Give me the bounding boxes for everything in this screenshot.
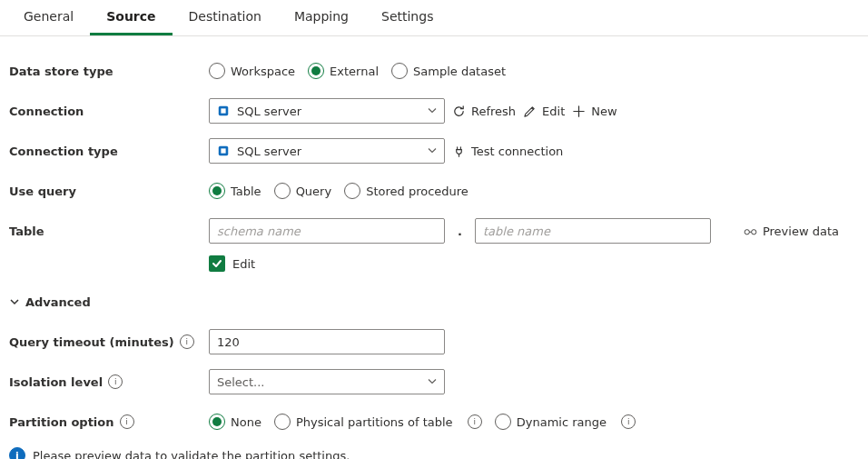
tab-settings[interactable]: Settings bbox=[365, 0, 449, 35]
info-icon[interactable]: i bbox=[468, 414, 482, 429]
chevron-down-icon bbox=[428, 375, 437, 389]
check-icon bbox=[212, 258, 222, 269]
info-solid-icon: i bbox=[9, 447, 25, 459]
connection-select[interactable]: SQL server bbox=[209, 98, 445, 124]
refresh-button[interactable]: Refresh bbox=[452, 105, 516, 118]
connection-type-value: SQL server bbox=[237, 145, 301, 158]
refresh-icon bbox=[452, 105, 466, 118]
radio-query-label: Query bbox=[296, 185, 332, 198]
partition-info-text: Please preview data to validate the part… bbox=[33, 449, 350, 460]
preview-data-button[interactable]: Preview data bbox=[744, 225, 839, 238]
svg-rect-3 bbox=[221, 148, 225, 153]
svg-point-4 bbox=[745, 229, 749, 234]
refresh-label: Refresh bbox=[471, 105, 516, 118]
edit-connection-label: Edit bbox=[542, 105, 565, 118]
table-input[interactable] bbox=[475, 218, 711, 244]
label-use-query: Use query bbox=[9, 185, 209, 198]
schema-input-field[interactable] bbox=[210, 219, 444, 243]
tab-strip: General Source Destination Mapping Setti… bbox=[0, 0, 868, 36]
chevron-down-icon bbox=[428, 145, 437, 158]
plus-icon bbox=[572, 105, 586, 118]
new-connection-label: New bbox=[591, 105, 616, 118]
new-connection-button[interactable]: New bbox=[572, 105, 616, 118]
radio-sample-dataset[interactable]: Sample dataset bbox=[391, 63, 506, 79]
table-edit-checkbox[interactable] bbox=[209, 255, 225, 272]
info-icon[interactable]: i bbox=[621, 414, 636, 429]
radio-partition-none[interactable]: None bbox=[209, 414, 261, 430]
advanced-expander[interactable]: Advanced bbox=[9, 295, 91, 309]
sqlserver-icon bbox=[217, 105, 230, 117]
radio-workspace[interactable]: Workspace bbox=[209, 63, 295, 79]
label-partition: Partition option i bbox=[9, 414, 209, 429]
timeout-input[interactable] bbox=[209, 329, 445, 354]
label-timeout: Query timeout (minutes) i bbox=[9, 334, 209, 349]
pencil-icon bbox=[523, 105, 537, 118]
edit-connection-button[interactable]: Edit bbox=[523, 105, 565, 118]
tab-source[interactable]: Source bbox=[90, 0, 172, 35]
radio-external[interactable]: External bbox=[308, 63, 379, 79]
info-icon[interactable]: i bbox=[120, 414, 134, 429]
partition-info-message: i Please preview data to validate the pa… bbox=[9, 442, 859, 459]
isolation-select[interactable]: Select... bbox=[209, 369, 445, 394]
table-edit-label: Edit bbox=[232, 257, 255, 271]
advanced-label: Advanced bbox=[25, 295, 91, 309]
connection-type-select[interactable]: SQL server bbox=[209, 138, 445, 164]
schema-input[interactable] bbox=[209, 218, 445, 244]
timeout-input-field[interactable] bbox=[210, 330, 444, 354]
table-input-field[interactable] bbox=[476, 219, 710, 243]
radio-stored-procedure[interactable]: Stored procedure bbox=[344, 183, 469, 199]
test-connection-button[interactable]: Test connection bbox=[452, 145, 563, 158]
plug-icon bbox=[452, 145, 466, 158]
radio-external-label: External bbox=[330, 65, 379, 78]
tab-mapping[interactable]: Mapping bbox=[278, 0, 365, 35]
radio-table-label: Table bbox=[231, 185, 261, 198]
svg-rect-1 bbox=[221, 108, 225, 113]
label-isolation: Isolation level i bbox=[9, 374, 209, 389]
tab-destination[interactable]: Destination bbox=[173, 0, 278, 35]
radio-query[interactable]: Query bbox=[274, 183, 332, 199]
chevron-down-icon bbox=[9, 296, 20, 307]
label-connection: Connection bbox=[9, 105, 209, 118]
radio-stored-procedure-label: Stored procedure bbox=[366, 185, 469, 198]
radio-partition-dynamic-label: Dynamic range bbox=[517, 415, 607, 429]
label-table: Table bbox=[9, 225, 209, 238]
glasses-icon bbox=[744, 225, 757, 238]
radio-table[interactable]: Table bbox=[209, 183, 261, 199]
preview-data-label: Preview data bbox=[763, 225, 839, 238]
info-icon[interactable]: i bbox=[180, 334, 194, 349]
tab-general[interactable]: General bbox=[7, 0, 90, 35]
radio-partition-dynamic[interactable]: Dynamic range i bbox=[495, 414, 636, 430]
chevron-down-icon bbox=[428, 105, 437, 118]
schema-table-separator: . bbox=[452, 225, 468, 238]
connection-value: SQL server bbox=[237, 105, 301, 118]
test-connection-label: Test connection bbox=[471, 145, 563, 158]
label-connection-type: Connection type bbox=[9, 145, 209, 158]
label-data-store-type: Data store type bbox=[9, 65, 209, 78]
radio-workspace-label: Workspace bbox=[231, 65, 295, 78]
source-form: Data store type Workspace External Sampl… bbox=[0, 36, 868, 459]
radio-sample-dataset-label: Sample dataset bbox=[413, 65, 506, 78]
svg-point-5 bbox=[752, 229, 756, 234]
radio-partition-none-label: None bbox=[231, 415, 261, 429]
isolation-placeholder: Select... bbox=[217, 375, 265, 389]
radio-partition-physical-label: Physical partitions of table bbox=[296, 415, 453, 429]
info-icon[interactable]: i bbox=[108, 374, 123, 389]
radio-partition-physical[interactable]: Physical partitions of table i bbox=[274, 414, 482, 430]
sqlserver-icon bbox=[217, 145, 230, 157]
